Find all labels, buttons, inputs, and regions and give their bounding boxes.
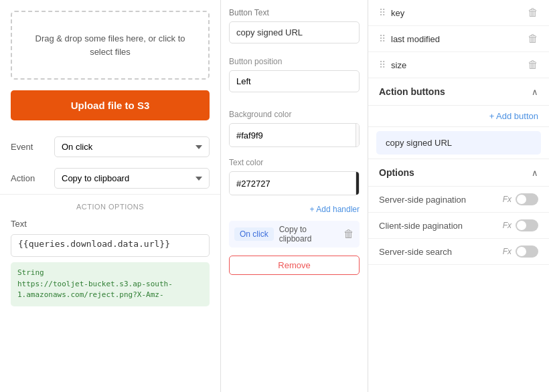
- text-color-swatch[interactable]: [356, 172, 359, 195]
- drag-icon[interactable]: ⠿: [379, 60, 386, 70]
- action-buttons-chevron: ∧: [532, 87, 538, 97]
- field-label: size: [391, 60, 522, 70]
- code-line-2: https://tooljet-bucket.s3.ap-south-1.ama…: [17, 279, 203, 301]
- add-button-link[interactable]: + Add button: [368, 106, 549, 127]
- action-options-header: ACTION OPTIONS: [0, 194, 220, 216]
- handler-delete-icon[interactable]: 🗑: [343, 229, 354, 239]
- button-position-section: Button position Left: [221, 52, 368, 104]
- option-label: Client-side pagination: [379, 221, 463, 231]
- options-title: Options: [379, 167, 414, 178]
- button-text-label: Button Text: [229, 8, 360, 17]
- background-color-section: Background color: [221, 104, 368, 153]
- text-color-input-wrap: [229, 171, 360, 195]
- button-text-input[interactable]: [229, 21, 360, 43]
- handler-row: On click Copy to clipboard 🗑: [229, 221, 360, 248]
- field-label: key: [391, 8, 522, 18]
- option-row: Client-side pagination Fx: [368, 213, 549, 239]
- field-delete-icon[interactable]: 🗑: [528, 7, 538, 19]
- button-text-section: Button Text: [221, 0, 368, 52]
- options-rows: Server-side pagination Fx Client-side pa…: [368, 187, 549, 265]
- option-row: Server-side pagination Fx: [368, 187, 549, 213]
- action-row: Action Copy to clipboard: [0, 163, 220, 194]
- event-select[interactable]: On click: [54, 136, 210, 157]
- button-position-label: Button position: [229, 57, 360, 66]
- handler-action: Copy to clipboard: [277, 225, 341, 243]
- fx-badge[interactable]: Fx: [503, 221, 512, 230]
- remove-button[interactable]: Remove: [229, 256, 360, 275]
- code-line-1: String: [17, 268, 203, 279]
- options-header: Options ∧: [368, 159, 549, 187]
- add-handler-link[interactable]: + Add handler: [221, 201, 368, 218]
- option-toggle-wrap: Fx: [503, 219, 538, 231]
- field-row: ⠿ size 🗑: [368, 52, 549, 78]
- middle-panel: Button Text Button position Left Backgro…: [221, 0, 368, 392]
- fx-badge[interactable]: Fx: [503, 195, 512, 204]
- left-panel: Drag & drop some files here, or click to…: [0, 0, 221, 392]
- fx-badge[interactable]: Fx: [503, 247, 512, 256]
- action-button-item: copy signed URL: [376, 131, 541, 155]
- text-color-input[interactable]: [230, 173, 356, 194]
- option-toggle-wrap: Fx: [503, 193, 538, 205]
- field-delete-icon[interactable]: 🗑: [528, 33, 538, 45]
- text-label: Text: [0, 216, 220, 231]
- button-position-select[interactable]: Left: [229, 70, 360, 92]
- action-buttons-header: Action buttons ∧: [368, 78, 549, 106]
- option-toggle[interactable]: [516, 219, 538, 231]
- background-color-input[interactable]: [230, 125, 356, 146]
- option-toggle[interactable]: [516, 193, 538, 205]
- option-toggle-wrap: Fx: [503, 246, 538, 258]
- right-panel: ⠿ key 🗑 ⠿ last modified 🗑 ⠿ size 🗑 Actio…: [368, 0, 549, 392]
- options-chevron: ∧: [532, 168, 538, 178]
- background-color-row: [229, 123, 360, 147]
- upload-button[interactable]: Upload file to S3: [11, 90, 210, 120]
- action-buttons-title: Action buttons: [379, 86, 445, 97]
- field-delete-icon[interactable]: 🗑: [528, 59, 538, 71]
- background-color-swatch[interactable]: [356, 124, 359, 146]
- field-rows: ⠿ key 🗑 ⠿ last modified 🗑 ⠿ size 🗑: [368, 0, 549, 78]
- text-color-section: Text color: [221, 153, 368, 201]
- event-row: Event On click: [0, 131, 220, 163]
- option-label: Server-side search: [379, 247, 452, 257]
- option-label: Server-side pagination: [379, 195, 466, 205]
- field-label: last modified: [391, 34, 522, 44]
- option-row: Server-side search Fx: [368, 239, 549, 265]
- text-input[interactable]: {{queries.download.data.url}}: [11, 234, 210, 257]
- field-row: ⠿ key 🗑: [368, 0, 549, 26]
- text-color-label: Text color: [229, 158, 360, 167]
- drag-icon[interactable]: ⠿: [379, 33, 386, 44]
- drag-icon[interactable]: ⠿: [379, 7, 386, 18]
- drop-zone-text: Drag & drop some files here, or click to…: [35, 33, 185, 57]
- background-color-input-wrap: [229, 123, 360, 147]
- field-row: ⠿ last modified 🗑: [368, 26, 549, 52]
- background-color-label: Background color: [229, 110, 360, 119]
- action-label: Action: [11, 173, 48, 183]
- button-position-row: Left: [229, 70, 360, 92]
- event-label: Event: [11, 142, 48, 152]
- code-preview: String https://tooljet-bucket.s3.ap-sout…: [11, 262, 210, 306]
- handler-event: On click: [234, 227, 274, 241]
- text-color-row: [229, 171, 360, 195]
- drop-zone[interactable]: Drag & drop some files here, or click to…: [11, 11, 210, 80]
- option-toggle[interactable]: [516, 246, 538, 258]
- action-select[interactable]: Copy to clipboard: [54, 168, 210, 189]
